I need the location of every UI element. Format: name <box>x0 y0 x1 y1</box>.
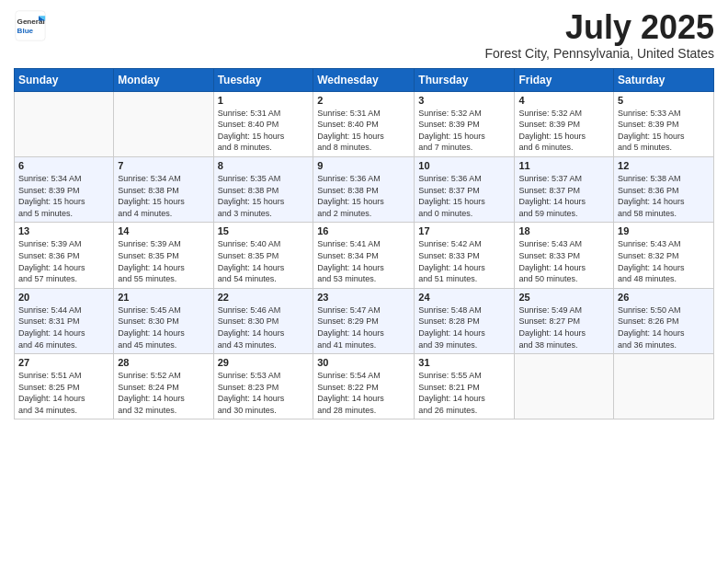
day-number: 19 <box>618 225 710 236</box>
day-number: 14 <box>118 225 209 236</box>
table-row: 26Sunrise: 5:50 AM Sunset: 8:26 PM Dayli… <box>614 288 714 353</box>
day-number: 13 <box>18 225 109 236</box>
day-number: 9 <box>317 160 410 171</box>
day-number: 29 <box>218 357 310 368</box>
table-row: 25Sunrise: 5:49 AM Sunset: 8:27 PM Dayli… <box>515 288 614 353</box>
day-info: Sunrise: 5:51 AM Sunset: 8:25 PM Dayligh… <box>18 370 109 416</box>
day-info: Sunrise: 5:48 AM Sunset: 8:28 PM Dayligh… <box>418 304 510 350</box>
day-info: Sunrise: 5:33 AM Sunset: 8:39 PM Dayligh… <box>618 108 710 154</box>
day-info: Sunrise: 5:36 AM Sunset: 8:38 PM Dayligh… <box>317 173 410 219</box>
table-row <box>614 354 714 419</box>
table-row: 21Sunrise: 5:45 AM Sunset: 8:30 PM Dayli… <box>114 288 213 353</box>
day-number: 11 <box>518 160 609 171</box>
table-row: 13Sunrise: 5:39 AM Sunset: 8:36 PM Dayli… <box>15 223 114 288</box>
col-monday: Monday <box>114 68 213 91</box>
table-row <box>114 91 213 156</box>
table-row: 10Sunrise: 5:36 AM Sunset: 8:37 PM Dayli… <box>415 156 515 222</box>
table-row: 14Sunrise: 5:39 AM Sunset: 8:35 PM Dayli… <box>114 223 213 288</box>
day-number: 10 <box>418 160 510 171</box>
logo-icon: General Blue <box>14 9 47 42</box>
table-row: 15Sunrise: 5:40 AM Sunset: 8:35 PM Dayli… <box>213 223 313 288</box>
day-info: Sunrise: 5:52 AM Sunset: 8:24 PM Dayligh… <box>118 370 209 416</box>
day-info: Sunrise: 5:44 AM Sunset: 8:31 PM Dayligh… <box>18 304 109 350</box>
day-number: 8 <box>218 160 310 171</box>
day-info: Sunrise: 5:31 AM Sunset: 8:40 PM Dayligh… <box>317 108 410 154</box>
table-row: 4Sunrise: 5:32 AM Sunset: 8:39 PM Daylig… <box>515 91 614 156</box>
location-title: Forest City, Pennsylvania, United States <box>484 46 714 61</box>
day-number: 23 <box>317 292 410 303</box>
table-row: 20Sunrise: 5:44 AM Sunset: 8:31 PM Dayli… <box>15 288 114 353</box>
day-number: 26 <box>618 292 710 303</box>
table-row: 19Sunrise: 5:43 AM Sunset: 8:32 PM Dayli… <box>614 223 714 288</box>
day-number: 22 <box>218 292 310 303</box>
day-info: Sunrise: 5:32 AM Sunset: 8:39 PM Dayligh… <box>518 108 609 154</box>
day-info: Sunrise: 5:46 AM Sunset: 8:30 PM Dayligh… <box>218 304 310 350</box>
calendar-header-row: Sunday Monday Tuesday Wednesday Thursday… <box>15 68 714 91</box>
day-number: 25 <box>518 292 609 303</box>
day-info: Sunrise: 5:41 AM Sunset: 8:34 PM Dayligh… <box>317 238 410 284</box>
table-row: 12Sunrise: 5:38 AM Sunset: 8:36 PM Dayli… <box>614 156 714 222</box>
day-number: 20 <box>18 292 109 303</box>
table-row: 8Sunrise: 5:35 AM Sunset: 8:38 PM Daylig… <box>213 156 313 222</box>
table-row: 11Sunrise: 5:37 AM Sunset: 8:37 PM Dayli… <box>515 156 614 222</box>
table-row: 7Sunrise: 5:34 AM Sunset: 8:38 PM Daylig… <box>114 156 213 222</box>
page: General Blue July 2025 Forest City, Penn… <box>0 0 728 563</box>
day-number: 24 <box>418 292 510 303</box>
day-info: Sunrise: 5:38 AM Sunset: 8:36 PM Dayligh… <box>618 173 710 219</box>
calendar-table: Sunday Monday Tuesday Wednesday Thursday… <box>14 68 714 420</box>
day-number: 3 <box>418 95 510 106</box>
col-sunday: Sunday <box>15 68 114 91</box>
table-row: 3Sunrise: 5:32 AM Sunset: 8:39 PM Daylig… <box>415 91 515 156</box>
calendar-week-row: 6Sunrise: 5:34 AM Sunset: 8:39 PM Daylig… <box>15 156 714 222</box>
table-row: 16Sunrise: 5:41 AM Sunset: 8:34 PM Dayli… <box>313 223 415 288</box>
calendar-week-row: 1Sunrise: 5:31 AM Sunset: 8:40 PM Daylig… <box>15 91 714 156</box>
day-info: Sunrise: 5:45 AM Sunset: 8:30 PM Dayligh… <box>118 304 209 350</box>
table-row: 2Sunrise: 5:31 AM Sunset: 8:40 PM Daylig… <box>313 91 415 156</box>
day-number: 16 <box>317 225 410 236</box>
table-row: 18Sunrise: 5:43 AM Sunset: 8:33 PM Dayli… <box>515 223 614 288</box>
day-number: 18 <box>518 225 609 236</box>
day-info: Sunrise: 5:49 AM Sunset: 8:27 PM Dayligh… <box>518 304 609 350</box>
day-info: Sunrise: 5:40 AM Sunset: 8:35 PM Dayligh… <box>218 238 310 284</box>
table-row: 30Sunrise: 5:54 AM Sunset: 8:22 PM Dayli… <box>313 354 415 419</box>
day-info: Sunrise: 5:43 AM Sunset: 8:33 PM Dayligh… <box>518 238 609 284</box>
day-info: Sunrise: 5:36 AM Sunset: 8:37 PM Dayligh… <box>418 173 510 219</box>
table-row: 6Sunrise: 5:34 AM Sunset: 8:39 PM Daylig… <box>15 156 114 222</box>
day-info: Sunrise: 5:35 AM Sunset: 8:38 PM Dayligh… <box>218 173 310 219</box>
day-info: Sunrise: 5:47 AM Sunset: 8:29 PM Dayligh… <box>317 304 410 350</box>
title-block: July 2025 Forest City, Pennsylvania, Uni… <box>484 9 714 61</box>
day-info: Sunrise: 5:39 AM Sunset: 8:36 PM Dayligh… <box>18 238 109 284</box>
table-row <box>15 91 114 156</box>
table-row: 31Sunrise: 5:55 AM Sunset: 8:21 PM Dayli… <box>415 354 515 419</box>
day-info: Sunrise: 5:50 AM Sunset: 8:26 PM Dayligh… <box>618 304 710 350</box>
header: General Blue July 2025 Forest City, Penn… <box>14 9 714 61</box>
col-friday: Friday <box>515 68 614 91</box>
day-info: Sunrise: 5:54 AM Sunset: 8:22 PM Dayligh… <box>317 370 410 416</box>
table-row: 9Sunrise: 5:36 AM Sunset: 8:38 PM Daylig… <box>313 156 415 222</box>
day-info: Sunrise: 5:43 AM Sunset: 8:32 PM Dayligh… <box>618 238 710 284</box>
table-row: 28Sunrise: 5:52 AM Sunset: 8:24 PM Dayli… <box>114 354 213 419</box>
day-number: 2 <box>317 95 410 106</box>
day-info: Sunrise: 5:53 AM Sunset: 8:23 PM Dayligh… <box>218 370 310 416</box>
col-tuesday: Tuesday <box>213 68 313 91</box>
day-info: Sunrise: 5:31 AM Sunset: 8:40 PM Dayligh… <box>218 108 310 154</box>
table-row: 27Sunrise: 5:51 AM Sunset: 8:25 PM Dayli… <box>15 354 114 419</box>
calendar-week-row: 13Sunrise: 5:39 AM Sunset: 8:36 PM Dayli… <box>15 223 714 288</box>
day-info: Sunrise: 5:32 AM Sunset: 8:39 PM Dayligh… <box>418 108 510 154</box>
day-info: Sunrise: 5:42 AM Sunset: 8:33 PM Dayligh… <box>418 238 510 284</box>
table-row <box>515 354 614 419</box>
day-number: 15 <box>218 225 310 236</box>
day-number: 30 <box>317 357 410 368</box>
calendar-week-row: 20Sunrise: 5:44 AM Sunset: 8:31 PM Dayli… <box>15 288 714 353</box>
day-number: 4 <box>518 95 609 106</box>
day-number: 12 <box>618 160 710 171</box>
table-row: 29Sunrise: 5:53 AM Sunset: 8:23 PM Dayli… <box>213 354 313 419</box>
day-number: 27 <box>18 357 109 368</box>
day-number: 21 <box>118 292 209 303</box>
day-info: Sunrise: 5:34 AM Sunset: 8:39 PM Dayligh… <box>18 173 109 219</box>
table-row: 5Sunrise: 5:33 AM Sunset: 8:39 PM Daylig… <box>614 91 714 156</box>
month-title: July 2025 <box>484 9 714 46</box>
col-saturday: Saturday <box>614 68 714 91</box>
day-number: 17 <box>418 225 510 236</box>
day-number: 1 <box>218 95 310 106</box>
